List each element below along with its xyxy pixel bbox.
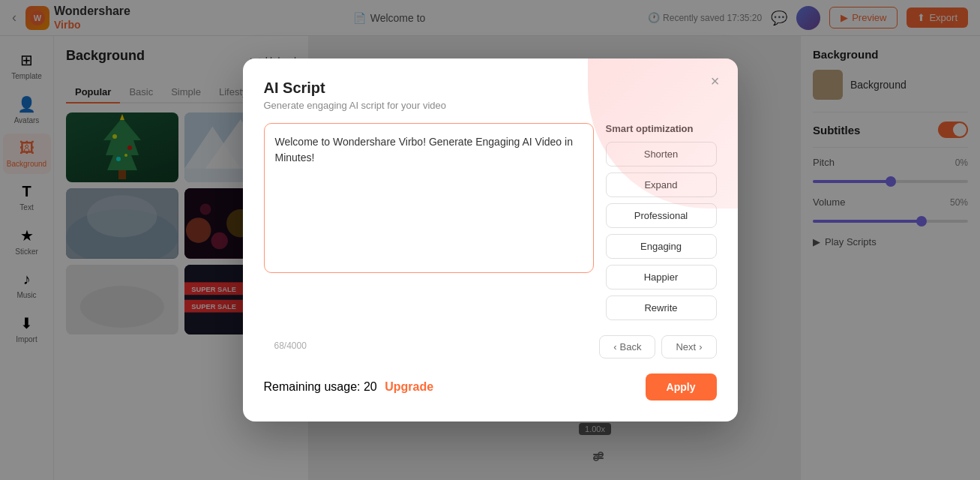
nav-buttons: ‹ Back Next ›: [606, 335, 717, 358]
modal-body: Welcome to Wondershare Virbo! Generate E…: [264, 123, 717, 358]
opt-shorten-button[interactable]: Shorten: [606, 142, 717, 166]
opt-rewrite-button[interactable]: Rewrite: [606, 296, 717, 320]
modal-footer: Remaining usage: 20 Upgrade Apply: [264, 374, 717, 400]
remaining-label: Remaining usage: 20: [264, 380, 377, 393]
modal-overlay: × AI Script Generate engaging AI script …: [0, 0, 980, 480]
opt-happier-button[interactable]: Happier: [606, 265, 717, 290]
remaining-usage: Remaining usage: 20 Upgrade: [264, 380, 434, 394]
upgrade-link[interactable]: Upgrade: [385, 380, 433, 393]
opt-engaging-button[interactable]: Engaging: [606, 234, 717, 259]
opt-professional-button[interactable]: Professional: [606, 203, 717, 228]
modal-subtitle: Generate engaging AI script for your vid…: [264, 100, 717, 111]
ai-script-modal: × AI Script Generate engaging AI script …: [243, 58, 738, 422]
back-nav-button[interactable]: ‹ Back: [599, 335, 655, 358]
script-textarea[interactable]: Welcome to Wondershare Virbo! Generate E…: [264, 123, 594, 273]
chevron-right-icon: ›: [699, 341, 702, 352]
modal-close-button[interactable]: ×: [705, 70, 726, 92]
apply-button[interactable]: Apply: [646, 374, 717, 400]
char-count: 68/4000: [274, 340, 307, 351]
modal-title: AI Script: [264, 80, 717, 97]
opt-expand-button[interactable]: Expand: [606, 172, 717, 197]
modal-header: AI Script Generate engaging AI script fo…: [264, 80, 717, 111]
chevron-left-icon: ‹: [613, 341, 616, 352]
script-textarea-wrap: Welcome to Wondershare Virbo! Generate E…: [264, 123, 594, 358]
next-nav-button[interactable]: Next ›: [661, 335, 716, 358]
optimization-panel: Smart optimization Shorten Expand Profes…: [606, 123, 717, 358]
close-icon: ×: [711, 73, 720, 90]
opt-title: Smart optimization: [606, 123, 717, 134]
